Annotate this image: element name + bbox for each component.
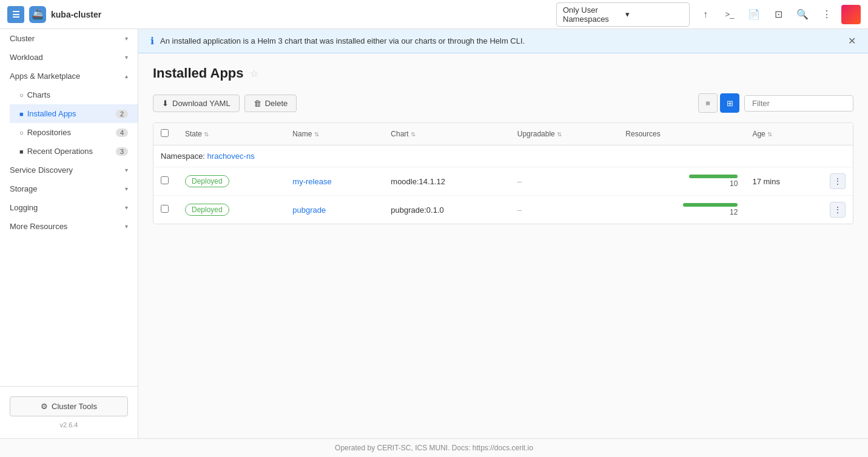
sidebar-apps-label: Apps & Marketplace: [10, 72, 121, 81]
upload-icon[interactable]: ↑: [696, 5, 715, 24]
cluster-tools-button[interactable]: ⚙ Cluster Tools: [10, 396, 128, 416]
sidebar-cluster-label: Cluster: [10, 34, 121, 43]
filter-input[interactable]: [744, 95, 853, 112]
namespace-label: Namespace:: [161, 152, 207, 161]
page-title: Installed Apps: [153, 65, 244, 81]
sidebar-workload-label: Workload: [10, 53, 121, 62]
sidebar-footer: ⚙ Cluster Tools v2.6.4: [0, 386, 138, 438]
row-chart: moodle:14.1.12: [383, 167, 510, 196]
row-chart: pubgrade:0.1.0: [383, 196, 510, 224]
state-badge: Deployed: [185, 204, 229, 216]
installed-apps-badge: 2: [116, 110, 128, 118]
sidebar-charts-label: Charts: [27, 90, 128, 99]
sort-icon[interactable]: ⇅: [204, 131, 209, 138]
resource-bar-container: 12: [625, 203, 738, 216]
resource-count: 12: [730, 208, 738, 216]
repositories-badge: 4: [116, 128, 128, 137]
col-upgradable: Upgradable ⇅: [510, 123, 619, 145]
app-link[interactable]: pubgrade: [292, 205, 326, 215]
chevron-down-icon: ▾: [125, 167, 128, 173]
sort-icon[interactable]: ⇅: [767, 131, 772, 138]
sidebar-installed-apps-label: Installed Apps: [27, 109, 112, 118]
cluster-tools-label: Cluster Tools: [52, 402, 97, 411]
main-layout: Cluster ▾ Workload ▾ Apps & Marketplace …: [0, 29, 868, 438]
header-logo[interactable]: ☰ 🚢 kuba-cluster: [7, 6, 101, 23]
namespace-select-label: Only User Namespaces: [563, 5, 621, 24]
kebab-menu-button[interactable]: ⋮: [830, 202, 846, 218]
namespace-row: Namespace: hrachovec-ns: [153, 145, 853, 167]
sidebar-item-apps-marketplace[interactable]: Apps & Marketplace ▴: [0, 67, 138, 85]
row-actions: ⋮: [830, 173, 846, 189]
sort-icon[interactable]: ⇅: [314, 131, 319, 138]
chevron-down-icon: ▾: [125, 185, 128, 192]
list-view-button[interactable]: ≡: [698, 93, 718, 113]
sidebar-repositories-label: Repositories: [27, 128, 112, 137]
resource-bar: [689, 175, 738, 178]
gear-icon: ⚙: [41, 402, 48, 411]
sidebar-storage-label: Storage: [10, 184, 121, 193]
col-chart: Chart ⇅: [383, 123, 510, 145]
content-inner: Installed Apps ☆ ⬇ Download YAML 🗑 Delet…: [138, 53, 868, 236]
sidebar-item-charts[interactable]: ○ Charts: [10, 85, 138, 104]
repositories-icon: ○: [19, 129, 24, 136]
toolbar: ⬇ Download YAML 🗑 Delete ≡ ⊞: [153, 93, 853, 113]
kebab-menu-button[interactable]: ⋮: [830, 173, 846, 189]
star-icon[interactable]: ☆: [250, 68, 258, 79]
view-toggle: ≡ ⊞: [698, 93, 739, 113]
download-yaml-label: Download YAML: [172, 99, 230, 108]
chevron-up-icon: ▴: [125, 73, 128, 79]
row-name: pubgrade: [285, 196, 383, 224]
row-checkbox[interactable]: [161, 205, 169, 213]
col-age: Age ⇅: [745, 123, 823, 145]
content-area: ℹ An installed application is a Helm 3 c…: [138, 29, 868, 438]
sidebar-item-storage[interactable]: Storage ▾: [0, 179, 138, 198]
select-all-checkbox[interactable]: [161, 129, 169, 137]
sort-icon[interactable]: ⇅: [411, 131, 415, 138]
sidebar-item-service-discovery[interactable]: Service Discovery ▾: [0, 161, 138, 179]
row-checkbox[interactable]: [161, 176, 169, 184]
sidebar-item-logging[interactable]: Logging ▾: [0, 198, 138, 217]
sidebar-item-recent-operations[interactable]: ■ Recent Operations 3: [10, 142, 138, 161]
sidebar-service-discovery-label: Service Discovery: [10, 165, 121, 175]
terminal-icon[interactable]: >_: [720, 5, 739, 24]
sidebar-item-more-resources[interactable]: More Resources ▾: [0, 217, 138, 236]
header-actions: ↑ >_ 📄 ⊡ 🔍 ⋮: [696, 5, 861, 24]
app-link[interactable]: my-release: [292, 177, 331, 186]
sidebar-logging-label: Logging: [10, 203, 121, 212]
download-yaml-button[interactable]: ⬇ Download YAML: [153, 95, 240, 112]
row-name: my-release: [285, 167, 383, 196]
chevron-down-icon: ▾: [125, 204, 128, 211]
cluster-logo-icon: 🚢: [29, 6, 46, 23]
close-icon[interactable]: ✕: [848, 35, 856, 47]
hamburger-icon[interactable]: ☰: [7, 6, 24, 23]
sidebar-item-cluster[interactable]: Cluster ▾: [0, 29, 138, 48]
row-age: 17 mins: [745, 167, 823, 196]
sidebar-item-workload[interactable]: Workload ▾: [0, 48, 138, 67]
file-icon[interactable]: 📄: [744, 5, 764, 24]
sidebar-item-repositories[interactable]: ○ Repositories 4: [10, 123, 138, 142]
row-resources: 12: [618, 196, 745, 224]
more-icon[interactable]: ⋮: [817, 5, 836, 24]
row-state: Deployed: [178, 167, 285, 196]
info-icon: ℹ: [150, 35, 154, 47]
delete-button[interactable]: 🗑 Delete: [244, 95, 297, 112]
search-icon[interactable]: 🔍: [793, 5, 812, 24]
sort-icon[interactable]: ⇅: [557, 131, 562, 138]
sidebar-item-installed-apps[interactable]: ■ Installed Apps 2: [10, 104, 138, 123]
footer-text: Operated by CERIT-SC, ICS MUNI. Docs: ht…: [335, 444, 533, 452]
row-upgradable: –: [510, 196, 619, 224]
sidebar-recent-ops-label: Recent Operations: [27, 147, 112, 156]
namespace-select[interactable]: Only User Namespaces ▾: [556, 2, 690, 27]
row-resources: 10: [618, 167, 745, 196]
avatar[interactable]: [841, 5, 861, 24]
chevron-down-icon: ▾: [125, 54, 128, 61]
version-text: v2.6.4: [10, 416, 128, 429]
col-resources: Resources: [618, 123, 745, 145]
row-age: [745, 196, 823, 224]
grid-view-button[interactable]: ⊞: [720, 93, 739, 113]
chevron-down-icon: ▾: [625, 10, 683, 19]
page-title-row: Installed Apps ☆: [153, 65, 853, 81]
sidebar-sub-apps: ○ Charts ■ Installed Apps 2 ○ Repositori…: [0, 85, 138, 161]
recent-ops-icon: ■: [19, 148, 24, 155]
display-icon[interactable]: ⊡: [769, 5, 788, 24]
